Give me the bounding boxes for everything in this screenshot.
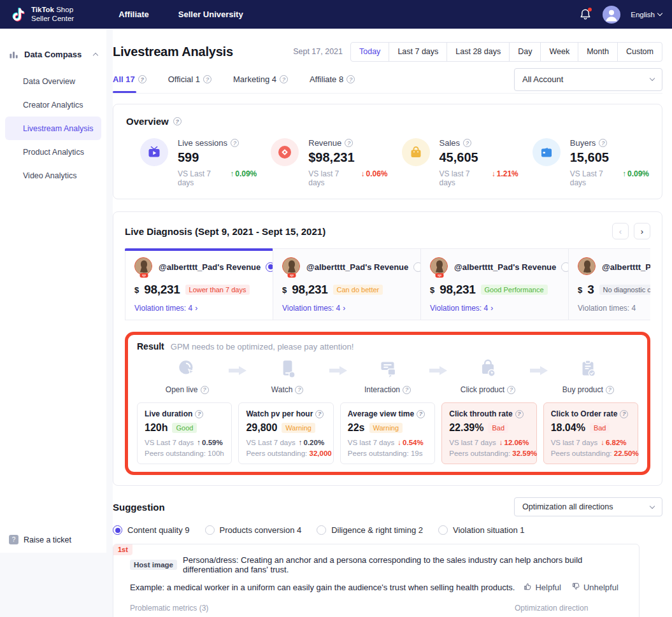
help-icon[interactable] (203, 75, 211, 83)
optimization-direction-dropdown[interactable]: Optimization all directions (514, 497, 662, 516)
tab-marketing[interactable]: Marketing 4 (233, 66, 288, 93)
range-button-month[interactable]: Month (578, 42, 618, 62)
nav-right: English (578, 6, 662, 24)
chevron-down-icon (650, 76, 655, 81)
overview-stats: Live sessions 599 VS Last 7 days↑0.09% R… (126, 138, 649, 187)
tab-official[interactable]: Official 1 (168, 66, 211, 93)
help-icon[interactable] (347, 75, 355, 83)
help-icon[interactable] (280, 75, 288, 83)
help-icon[interactable] (231, 139, 239, 147)
suggestion-tag: Host image (130, 560, 177, 570)
sidebar-item-creator-analytics[interactable]: Creator Analytics (0, 93, 106, 117)
trend-up-icon: ↑ (230, 169, 234, 187)
overview-card: Overview Live sessions 599 VS Last 7 day… (113, 104, 662, 199)
filter-radio[interactable] (438, 525, 448, 535)
help-icon[interactable] (295, 386, 303, 394)
help-icon[interactable] (201, 386, 209, 394)
optimization-direction-label: Optimization direction (515, 604, 622, 613)
trend-up-icon: ↑ (197, 439, 201, 446)
violation-times-link[interactable]: Violation times: 4 (134, 304, 264, 313)
diagnosis-account-strip: @albertttt_Pad's Revenue $ 98,231 Lower … (125, 248, 650, 320)
account-handle: @albertttt_Pad's Revenue (454, 262, 556, 272)
sidebar-item-product-analytics[interactable]: Product Analytics (0, 140, 106, 164)
stat-vs-label: VS Last 7 days (178, 169, 226, 187)
sidebar-item-livestream-analysis[interactable]: Livestream Analysis (5, 117, 101, 140)
range-button-last-7-days[interactable]: Last 7 days (389, 42, 447, 62)
chevron-right-icon (195, 304, 197, 313)
account-card-2[interactable]: @albertttt_Pad's Revenue $ 98,231 Can do… (273, 248, 421, 320)
help-icon[interactable] (315, 410, 324, 418)
stat-delta: 0.09% (235, 169, 257, 187)
raise-a-ticket[interactable]: Raise a ticket (9, 535, 71, 544)
metric-value: 22.39% (449, 422, 483, 434)
live-tv-icon (140, 138, 168, 166)
help-icon[interactable] (507, 386, 515, 394)
nav-link-seller-university[interactable]: Seller University (178, 10, 243, 19)
violation-times-link[interactable]: Violation times: 4 (282, 304, 411, 313)
sidebar-item-data-overview[interactable]: Data Overview (0, 69, 106, 93)
metric-vs-label: VS last 7 days (348, 439, 395, 446)
stat-delta: 0.06% (366, 169, 387, 187)
help-icon[interactable] (599, 139, 607, 147)
peers-value: 100h (208, 450, 224, 457)
revenue-record-icon (271, 138, 299, 166)
prev-page-button[interactable] (612, 223, 629, 239)
account-card-4[interactable]: @albertttt_Pad's Revenue $ 3 No diagnost… (568, 248, 650, 320)
filter-products-conversion[interactable]: Products conversion 4 (205, 525, 302, 535)
tab-official-label: Official 1 (168, 74, 200, 84)
peers-label: Peers outstanding: (449, 450, 510, 457)
metric-value: 18.04% (551, 422, 585, 434)
sidebar-section-data-compass[interactable]: Data Compass (0, 50, 106, 59)
range-button-custom[interactable]: Custom (617, 42, 662, 62)
help-icon[interactable] (620, 410, 628, 418)
host-avatar (282, 257, 301, 276)
range-button-day[interactable]: Day (509, 42, 541, 62)
metric-vs-label: VS Last 7 days (145, 439, 194, 446)
currency-symbol: $ (134, 285, 139, 295)
account-revenue: 3 (587, 283, 594, 297)
help-icon[interactable] (463, 139, 471, 147)
user-avatar[interactable] (603, 6, 620, 24)
nav-link-affiliate[interactable]: Affiliate (118, 10, 149, 19)
funnel-step-label: Buy product (562, 385, 603, 394)
account-card-3[interactable]: @albertttt_Pad's Revenue $ 98,231 Good P… (420, 248, 569, 320)
filter-diligence-timing[interactable]: Diligence & right timing 2 (317, 525, 423, 535)
unhelpful-button[interactable]: Unhelpful (571, 582, 618, 593)
help-icon[interactable] (403, 386, 411, 394)
tab-affiliate[interactable]: Affiliate 8 (310, 66, 355, 93)
metric-card-click-to-order-rate: Click to Order rate 18.04%Bad VS last 7 … (543, 402, 638, 464)
language-selector[interactable]: English (631, 11, 662, 18)
range-button-week[interactable]: Week (540, 42, 578, 62)
account-select-value: All Account (522, 74, 563, 84)
currency-symbol: $ (578, 285, 582, 295)
peers-value: 22.50% (614, 450, 639, 457)
help-icon[interactable] (606, 386, 614, 394)
filter-radio[interactable] (317, 525, 326, 535)
help-icon[interactable] (345, 139, 353, 147)
metric-vs-label: VS last 7 days (449, 439, 496, 446)
help-icon[interactable] (195, 410, 203, 418)
filter-violation-situation[interactable]: Violation situation 1 (438, 525, 525, 535)
account-card-1[interactable]: @albertttt_Pad's Revenue $ 98,231 Lower … (125, 248, 273, 320)
stat-vs-label: VS last 7 days (308, 169, 357, 187)
helpful-button[interactable]: Helpful (523, 582, 561, 593)
range-button-today[interactable]: Today (350, 42, 389, 62)
next-page-button[interactable] (634, 223, 650, 239)
help-icon[interactable] (515, 410, 524, 418)
stat-value: 599 (178, 150, 257, 165)
range-button-last-28-days[interactable]: Last 28 days (447, 42, 510, 62)
sidebar-item-video-analytics[interactable]: Video Analytics (0, 164, 106, 187)
brand-logo[interactable]: TikTok Shop Seller Center (10, 6, 74, 24)
help-icon[interactable] (138, 75, 147, 83)
performance-badge: No diagnostic content (599, 285, 650, 295)
metric-value: 120h (145, 422, 168, 434)
help-icon[interactable] (173, 117, 182, 125)
filter-radio[interactable] (205, 525, 215, 535)
filter-radio[interactable] (113, 525, 122, 535)
filter-content-quality[interactable]: Content quality 9 (113, 525, 190, 535)
notification-bell-icon[interactable] (578, 8, 592, 22)
violation-times-link[interactable]: Violation times: 4 (430, 304, 559, 313)
account-select-dropdown[interactable]: All Account (514, 68, 662, 91)
help-icon[interactable] (417, 410, 425, 418)
tab-all[interactable]: All 17 (113, 66, 147, 93)
